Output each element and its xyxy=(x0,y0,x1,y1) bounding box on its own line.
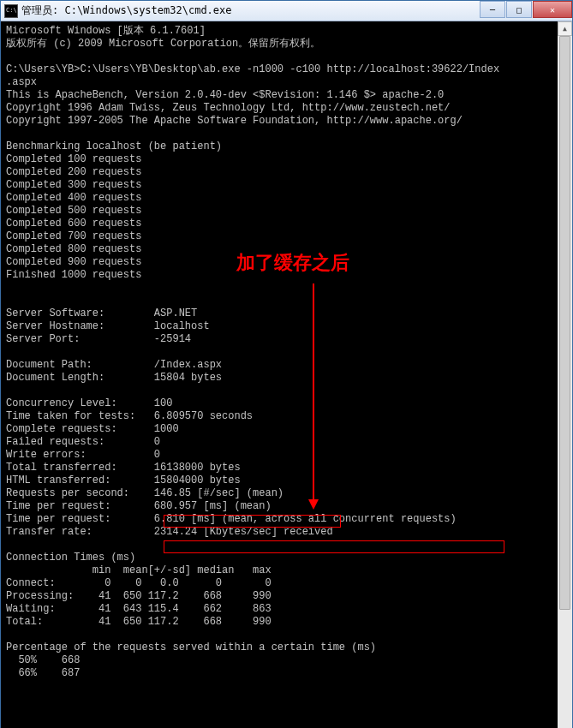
term-line: Completed 500 requests xyxy=(6,205,141,217)
term-line: C:\Users\YB>C:\Users\YB\Desktop\ab.exe -… xyxy=(6,63,499,75)
term-line: Copyright 1997-2005 The Apache Software … xyxy=(6,115,463,127)
term-line: Connect: 0 0 0.0 0 0 xyxy=(6,577,272,589)
term-line: Finished 1000 requests xyxy=(6,269,141,281)
term-line: This is ApacheBench, Version 2.0.40-dev … xyxy=(6,89,444,101)
term-line: Server Hostname: localhost xyxy=(6,320,210,332)
term-line: Total transferred: 16138000 bytes xyxy=(6,462,241,474)
term-line: Document Length: 15804 bytes xyxy=(6,372,222,384)
term-line: Time per request: 6.810 [ms] (mean, acro… xyxy=(6,513,457,525)
term-line: Completed 700 requests xyxy=(6,230,141,242)
term-line: Write errors: 0 xyxy=(6,449,160,461)
term-line: Time taken for tests: 6.809570 seconds xyxy=(6,410,253,422)
term-line: Transfer rate: 2314.24 [Kbytes/sec] rece… xyxy=(6,526,333,538)
scrollbar-vertical[interactable]: ▲ ▼ xyxy=(558,21,572,728)
term-line: Document Path: /Index.aspx xyxy=(6,359,222,371)
scroll-track[interactable] xyxy=(558,36,572,728)
term-line: Completed 600 requests xyxy=(6,218,141,230)
app-window: 管理员: C:\Windows\system32\cmd.exe ─ □ ✕ M… xyxy=(0,0,573,728)
term-line: Server Software: ASP.NET xyxy=(6,307,197,319)
term-line: Completed 200 requests xyxy=(6,166,141,178)
term-line: min mean[+/-sd] median max xyxy=(6,564,272,576)
annotation-label: 加了缓存之后 xyxy=(236,256,349,269)
term-line: Waiting: 41 643 115.4 662 863 xyxy=(6,603,272,615)
titlebar[interactable]: 管理员: C:\Windows\system32\cmd.exe ─ □ ✕ xyxy=(1,1,572,21)
term-line: Requests per second: 146.85 [#/sec] (mea… xyxy=(6,487,284,499)
term-line: Total: 41 650 117.2 668 990 xyxy=(6,616,272,628)
term-line: Processing: 41 650 117.2 668 990 xyxy=(6,590,272,602)
term-line: Benchmarking localhost (be patient) xyxy=(6,140,222,152)
term-line: Copyright 1996 Adam Twiss, Zeus Technolo… xyxy=(6,102,450,114)
term-line: Time per request: 680.957 [ms] (mean) xyxy=(6,500,272,512)
close-button[interactable]: ✕ xyxy=(533,1,572,18)
term-line: 版权所有 (c) 2009 Microsoft Corporation。保留所有… xyxy=(6,38,320,50)
window-buttons: ─ □ ✕ xyxy=(479,1,572,18)
annotation-arrow xyxy=(307,283,319,510)
minimize-button[interactable]: ─ xyxy=(480,1,505,18)
cmd-icon xyxy=(4,4,18,18)
term-line: 50% 668 xyxy=(6,654,80,666)
term-line: Server Port: -25914 xyxy=(6,333,191,345)
term-line: .aspx xyxy=(6,76,37,88)
highlight-box-tpr xyxy=(164,540,504,553)
term-line: Failed requests: 0 xyxy=(6,436,160,448)
term-line: Concurrency Level: 100 xyxy=(6,397,172,409)
term-line: Completed 900 requests xyxy=(6,256,141,268)
term-line: Complete requests: 1000 xyxy=(6,423,179,435)
terminal-wrap: Microsoft Windows [版本 6.1.7601] 版权所有 (c)… xyxy=(1,21,572,728)
term-line: Completed 300 requests xyxy=(6,179,141,191)
terminal[interactable]: Microsoft Windows [版本 6.1.7601] 版权所有 (c)… xyxy=(1,21,572,728)
window-title: 管理员: C:\Windows\system32\cmd.exe xyxy=(21,3,479,18)
term-line: Microsoft Windows [版本 6.1.7601] xyxy=(6,25,206,37)
term-line: 66% 687 xyxy=(6,667,80,679)
term-line: Completed 800 requests xyxy=(6,243,141,255)
term-line: Connection Times (ms) xyxy=(6,552,135,564)
maximize-button[interactable]: □ xyxy=(506,1,532,18)
term-line: Completed 100 requests xyxy=(6,153,141,165)
term-line: HTML transferred: 15804000 bytes xyxy=(6,474,241,486)
scroll-up-button[interactable]: ▲ xyxy=(558,21,572,36)
term-line: Percentage of the requests served within… xyxy=(6,641,376,653)
scroll-thumb[interactable] xyxy=(559,36,570,610)
term-line: Completed 400 requests xyxy=(6,192,141,204)
